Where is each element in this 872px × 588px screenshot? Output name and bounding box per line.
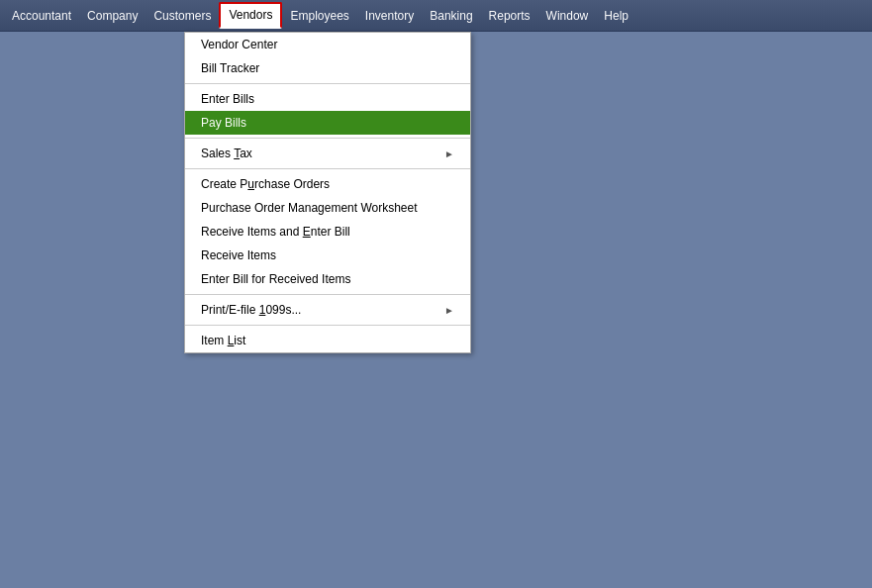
- menu-banking[interactable]: Banking: [422, 5, 480, 27]
- pay-bills-label: Pay Bills: [201, 116, 246, 130]
- menu-customers[interactable]: Customers: [145, 5, 219, 27]
- menu-enter-bills[interactable]: Enter Bills: [185, 87, 470, 111]
- menu-window[interactable]: Window: [538, 5, 597, 27]
- menu-employees-label: Employees: [290, 9, 348, 23]
- menubar: Accountant Company Customers Vendors Emp…: [0, 0, 872, 32]
- menu-purchase-order-management[interactable]: Purchase Order Management Worksheet: [185, 196, 470, 220]
- bill-tracker-label: Bill Tracker: [201, 61, 259, 75]
- menu-customers-label: Customers: [153, 9, 211, 23]
- menu-create-purchase-orders[interactable]: Create Purchase Orders: [185, 172, 470, 196]
- item-list-label: Item List: [201, 334, 245, 347]
- separator-3: [185, 168, 470, 169]
- menu-inventory[interactable]: Inventory: [357, 5, 422, 27]
- menu-window-label: Window: [546, 9, 589, 23]
- print-efile-label: Print/E-file 1099s...: [201, 303, 301, 317]
- vendor-center-label: Vendor Center: [201, 38, 277, 51]
- menu-accountant-label: Accountant: [12, 9, 71, 23]
- separator-2: [185, 138, 470, 139]
- menu-item-list[interactable]: Item List: [185, 329, 470, 352]
- separator-5: [185, 325, 470, 326]
- receive-items-label: Receive Items: [201, 248, 276, 262]
- menu-help-label: Help: [604, 9, 629, 23]
- create-purchase-orders-label: Create Purchase Orders: [201, 177, 330, 191]
- menu-company-label: Company: [87, 9, 138, 23]
- print-efile-arrow: ►: [444, 305, 454, 316]
- sales-tax-label: Sales Tax: [201, 147, 252, 160]
- menu-vendors-label: Vendors: [229, 8, 272, 22]
- menu-inventory-label: Inventory: [365, 9, 414, 23]
- menu-vendor-center[interactable]: Vendor Center: [185, 33, 470, 56]
- enter-bills-label: Enter Bills: [201, 92, 254, 106]
- menu-help[interactable]: Help: [596, 5, 636, 27]
- menu-vendors[interactable]: Vendors: [219, 2, 282, 29]
- separator-1: [185, 83, 470, 84]
- enter-bill-received-label: Enter Bill for Received Items: [201, 272, 350, 286]
- menu-reports[interactable]: Reports: [481, 5, 538, 27]
- receive-items-enter-bill-label: Receive Items and Enter Bill: [201, 225, 350, 239]
- menu-receive-items-and-enter-bill[interactable]: Receive Items and Enter Bill: [185, 220, 470, 244]
- menu-banking-label: Banking: [430, 9, 472, 23]
- menu-receive-items[interactable]: Receive Items: [185, 244, 470, 267]
- menu-sales-tax[interactable]: Sales Tax ►: [185, 142, 470, 165]
- menu-enter-bill-received[interactable]: Enter Bill for Received Items: [185, 267, 470, 291]
- vendors-dropdown: Vendor Center Bill Tracker Enter Bills P…: [184, 32, 471, 353]
- menu-pay-bills[interactable]: Pay Bills: [185, 111, 470, 135]
- separator-4: [185, 294, 470, 295]
- sales-tax-arrow: ►: [444, 148, 454, 159]
- menu-reports-label: Reports: [489, 9, 531, 23]
- menu-employees[interactable]: Employees: [282, 5, 356, 27]
- menu-print-efile-1099s[interactable]: Print/E-file 1099s... ►: [185, 298, 470, 322]
- purchase-order-management-label: Purchase Order Management Worksheet: [201, 201, 418, 215]
- menu-bill-tracker[interactable]: Bill Tracker: [185, 56, 470, 80]
- menu-accountant[interactable]: Accountant: [4, 5, 79, 27]
- menu-company[interactable]: Company: [79, 5, 145, 27]
